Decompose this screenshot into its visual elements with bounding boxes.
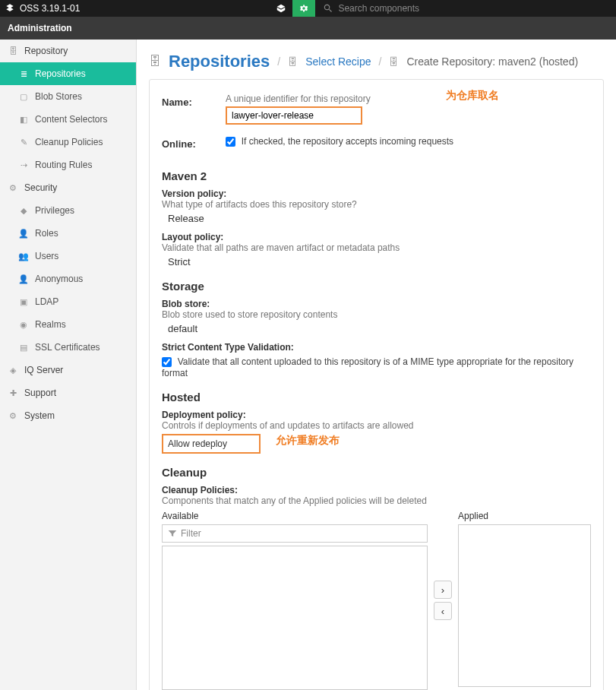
sidebar-item-support[interactable]: ✚Support <box>0 381 136 404</box>
name-help: A unique identifier for this repository <box>226 93 591 104</box>
available-list[interactable] <box>162 546 428 690</box>
annotation-deploy: 允许重新发布 <box>276 434 340 448</box>
page-title[interactable]: Repositories <box>169 52 270 71</box>
db-icon: 🗄 <box>389 56 399 68</box>
layout-policy-value[interactable]: Strict <box>168 256 591 267</box>
section-cleanup: Cleanup <box>162 466 591 479</box>
move-left-button[interactable]: ‹ <box>434 602 452 620</box>
anon-icon: 👤 <box>18 274 29 284</box>
layout-policy-help: Validate that all paths are maven artifa… <box>162 242 591 253</box>
sidebar-item-ldap[interactable]: ▣LDAP <box>0 290 136 313</box>
disk-icon: ▢ <box>18 91 29 102</box>
section-storage: Storage <box>162 280 591 293</box>
filter-input[interactable]: Filter <box>162 524 428 543</box>
breadcrumb-current: Create Repository: maven2 (hosted) <box>406 55 578 68</box>
applied-label: Applied <box>458 511 591 521</box>
sidebar-item-realms[interactable]: ◉Realms <box>0 313 136 336</box>
version-policy-help: What type of artifacts does this reposit… <box>162 199 591 210</box>
sidebar-item-system[interactable]: ⚙System <box>0 404 136 427</box>
sidebar-item-iq[interactable]: ◈IQ Server <box>0 359 136 381</box>
support-icon: ✚ <box>8 388 18 398</box>
blob-value[interactable]: default <box>168 323 591 334</box>
route-icon: ⇢ <box>18 160 29 170</box>
stack-icon: ≣ <box>18 68 29 79</box>
sidebar-item-routing-rules[interactable]: ⇢Routing Rules <box>0 154 136 176</box>
realm-icon: ◉ <box>18 319 29 330</box>
sidebar: 🗄 Repository ≣Repositories ▢Blob Stores … <box>0 40 137 690</box>
strict-help: Validate that all content uploaded to th… <box>162 356 573 378</box>
sidebar-item-content-selectors[interactable]: ◧Content Selectors <box>0 108 136 131</box>
sidebar-item-ssl[interactable]: ▤SSL Certificates <box>0 336 136 359</box>
filter-icon <box>167 528 178 539</box>
badge-icon: ◆ <box>18 205 29 216</box>
main-content: 🗄 Repositories / 🗄 Select Recipe / 🗄 Cre… <box>137 40 616 690</box>
name-input[interactable] <box>226 106 362 125</box>
deploy-help: Controls if deployments of and updates t… <box>162 420 591 431</box>
version-policy-value[interactable]: Release <box>168 213 591 224</box>
version-policy-label: Version policy: <box>162 188 591 199</box>
layout-policy-label: Layout policy: <box>162 232 591 242</box>
system-icon: ⚙ <box>8 410 18 421</box>
sidebar-security-header[interactable]: ⚙ Security <box>0 176 136 199</box>
available-label: Available <box>162 511 428 521</box>
top-bar: OSS 3.19.1-01 Search components <box>0 0 616 17</box>
sidebar-repository-header[interactable]: 🗄 Repository <box>0 40 136 62</box>
broom-icon: ✎ <box>18 137 29 147</box>
product-label: OSS 3.19.1-01 <box>20 3 80 14</box>
sidebar-item-repositories[interactable]: ≣Repositories <box>0 62 136 85</box>
sidebar-item-users[interactable]: 👥Users <box>0 245 136 267</box>
move-right-button[interactable]: › <box>434 581 452 599</box>
breadcrumb-select-recipe[interactable]: Select Recipe <box>305 55 371 68</box>
users-icon: 👥 <box>18 251 29 261</box>
deploy-label: Deployment policy: <box>162 410 591 420</box>
section-hosted: Hosted <box>162 391 591 404</box>
tag-icon: ◧ <box>18 114 29 125</box>
deploy-select[interactable]: Allow redeploy <box>162 434 261 454</box>
strict-checkbox[interactable] <box>162 357 172 367</box>
box-icon[interactable] <box>270 0 292 17</box>
annotation-name: 为仓库取名 <box>446 89 499 103</box>
sidebar-item-roles[interactable]: 👤Roles <box>0 222 136 245</box>
form-panel: Name: A unique identifier for this repos… <box>149 79 604 690</box>
sidebar-item-cleanup-policies[interactable]: ✎Cleanup Policies <box>0 131 136 154</box>
strict-label: Strict Content Type Validation: <box>162 342 591 353</box>
search-icon <box>323 3 333 14</box>
applied-list[interactable] <box>458 524 591 687</box>
search-bar[interactable]: Search components <box>315 3 611 14</box>
blob-label: Blob store: <box>162 299 591 309</box>
sidebar-item-blob-stores[interactable]: ▢Blob Stores <box>0 85 136 108</box>
sidebar-item-anonymous[interactable]: 👤Anonymous <box>0 267 136 290</box>
cert-icon: ▤ <box>18 342 29 353</box>
online-checkbox[interactable] <box>226 137 235 147</box>
cleanup-help: Components that match any of the Applied… <box>162 495 591 506</box>
sidebar-item-privileges[interactable]: ◆Privileges <box>0 199 136 222</box>
db-icon: 🗄 <box>288 56 298 68</box>
db-icon: 🗄 <box>149 55 161 68</box>
breadcrumb: 🗄 Repositories / 🗄 Select Recipe / 🗄 Cre… <box>149 47 604 79</box>
db-icon: 🗄 <box>8 46 18 56</box>
book-icon: ▣ <box>18 296 29 307</box>
blob-help: Blob store used to store repository cont… <box>162 309 591 320</box>
cleanup-label: Cleanup Policies: <box>162 485 591 495</box>
shield-icon: ⚙ <box>8 182 18 193</box>
search-placeholder: Search components <box>338 3 419 14</box>
section-maven2: Maven 2 <box>162 169 591 182</box>
logo-icon <box>5 3 15 14</box>
separator: / <box>277 55 280 68</box>
online-help: If checked, the repository accepts incom… <box>242 136 453 147</box>
separator: / <box>379 55 382 68</box>
online-label: Online: <box>162 135 215 150</box>
people-icon: 👤 <box>18 228 29 239</box>
name-label: Name: <box>162 93 215 108</box>
admin-subheader: Administration <box>0 17 616 40</box>
gear-tab-icon[interactable] <box>292 0 315 17</box>
iq-icon: ◈ <box>8 365 18 375</box>
